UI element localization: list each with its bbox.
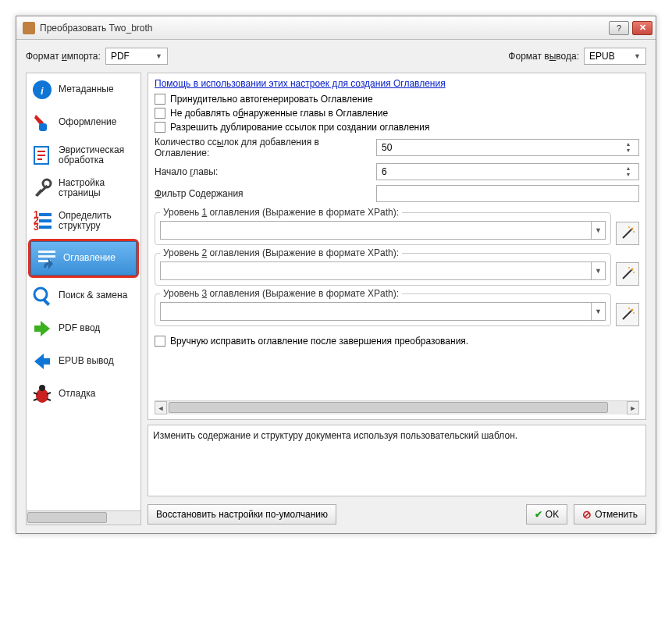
sidebar-item-debug[interactable]: Отладка — [27, 378, 140, 411]
sidebar-item-label: Метаданные — [59, 84, 114, 94]
svg-rect-19 — [42, 298, 50, 306]
level3-input[interactable]: ▼ — [160, 302, 606, 321]
svg-rect-14 — [39, 226, 52, 229]
info-icon: i — [30, 78, 54, 101]
app-icon — [23, 22, 35, 34]
allowdup-label: Разрешить дублирование ссылок при создан… — [170, 122, 429, 133]
sidebar-item-page-setup[interactable]: Настройка страницы — [27, 172, 140, 205]
level3-wizard-button[interactable] — [616, 303, 639, 326]
svg-point-21 — [39, 385, 45, 391]
svg-point-32 — [628, 267, 630, 269]
help-link[interactable]: Помощь в использовании этих настроек для… — [155, 78, 639, 89]
sidebar-item-metadata[interactable]: i Метаданные — [27, 73, 140, 106]
ok-button[interactable]: ✔OK — [526, 504, 567, 525]
sidebar-item-label: Поиск & замена — [59, 290, 127, 301]
chevron-down-icon[interactable]: ▼ — [591, 303, 605, 320]
sidebar-item-search[interactable]: Поиск & замена — [27, 279, 140, 312]
svg-line-26 — [623, 229, 632, 238]
manual-fix-checkbox[interactable] — [155, 336, 165, 347]
chevron-down-icon[interactable]: ▼ — [591, 262, 605, 279]
allowdup-checkbox[interactable] — [155, 122, 165, 133]
chevron-down-icon: ▼ — [634, 52, 641, 60]
import-format-label: Формат импорта: — [26, 51, 101, 62]
output-icon — [30, 350, 54, 373]
help-button[interactable]: ? — [609, 21, 629, 35]
chapter-start-input[interactable]: 6▲▼ — [376, 163, 639, 180]
description-box: Изменить содержание и структуру документ… — [148, 425, 646, 496]
sidebar-item-label: Настройка страницы — [59, 178, 137, 198]
force-toc-label: Принудительно автогенерировать Оглавлени… — [170, 94, 373, 105]
nodetect-checkbox[interactable] — [155, 108, 165, 119]
sidebar-item-epub-output[interactable]: EPUB вывод — [27, 345, 140, 378]
main-panel: Помощь в использовании этих настроек для… — [148, 73, 646, 420]
list-icon: 123 — [30, 209, 54, 233]
svg-rect-10 — [39, 213, 52, 216]
bug-icon — [30, 382, 54, 406]
level1-wizard-button[interactable] — [616, 222, 639, 245]
sidebar-item-label: Отладка — [59, 389, 95, 399]
level2-label: Уровень 2 оглавления (Выражение в формат… — [160, 247, 402, 258]
sidebar-item-toc[interactable]: Оглавление — [30, 241, 137, 276]
selected-highlight: Оглавление — [28, 239, 139, 278]
filter-input[interactable] — [376, 185, 639, 202]
output-format-label: Формат вывода: — [508, 51, 579, 62]
level2-wizard-button[interactable] — [616, 262, 639, 286]
force-toc-checkbox[interactable] — [155, 94, 165, 105]
svg-point-31 — [631, 269, 634, 271]
svg-point-37 — [633, 312, 635, 314]
window-title: Преобразовать Two_broth — [40, 23, 609, 34]
restore-defaults-button[interactable]: Восстановить настройки по-умолчанию — [148, 504, 336, 525]
button-bar: Восстановить настройки по-умолчанию ✔OK … — [148, 504, 646, 525]
brush-icon — [30, 111, 54, 134]
level3-label: Уровень 3 оглавления (Выражение в формат… — [160, 288, 402, 299]
level2-input[interactable]: ▼ — [160, 261, 606, 280]
svg-line-24 — [34, 399, 37, 400]
level3-group: Уровень 3 оглавления (Выражение в формат… — [155, 293, 611, 326]
sidebar-item-label: PDF ввод — [59, 323, 100, 333]
level1-input[interactable]: ▼ — [160, 221, 606, 240]
sidebar-item-pdf-input[interactable]: PDF ввод — [27, 312, 140, 345]
svg-line-25 — [47, 399, 51, 400]
sidebar-item-structure[interactable]: 123 Определить структуру — [27, 205, 140, 237]
format-bar: Формат импорта: PDF ▼ Формат вывода: EPU… — [16, 40, 656, 73]
sidebar-item-heuristic[interactable]: Эвристическая обработка — [27, 139, 140, 172]
check-icon: ✔ — [535, 509, 542, 520]
sidebar-item-label: Определить структуру — [59, 211, 137, 231]
horizontal-scrollbar[interactable]: ◄► — [155, 400, 639, 414]
tools-icon — [30, 176, 54, 200]
sidebar-item-look[interactable]: Оформление — [27, 106, 140, 139]
import-format-combo[interactable]: PDF ▼ — [105, 48, 168, 65]
level2-group: Уровень 2 оглавления (Выражение в формат… — [155, 253, 611, 286]
chapter-start-label: Начало главы: — [155, 166, 372, 177]
svg-point-33 — [633, 272, 635, 273]
level1-label: Уровень 1 оглавления (Выражение в формат… — [160, 207, 402, 218]
svg-point-29 — [633, 231, 635, 233]
svg-text:3: 3 — [34, 222, 39, 232]
convert-dialog: Преобразовать Two_broth ? ✕ Формат импор… — [16, 16, 656, 534]
svg-line-30 — [623, 269, 632, 279]
svg-line-34 — [623, 310, 632, 319]
sidebar-item-label: EPUB вывод — [59, 356, 114, 366]
sidebar: i Метаданные Оформление Эвристическая об… — [26, 73, 141, 525]
filter-label: Фильтр Содержания — [155, 188, 372, 199]
manual-fix-label: Вручную исправить оглавление после завер… — [170, 336, 468, 347]
close-button[interactable]: ✕ — [632, 21, 652, 35]
links-count-label: Количество ссылок для добавления в Оглав… — [155, 137, 372, 158]
svg-rect-12 — [39, 219, 52, 222]
cancel-button[interactable]: ⊘Отменить — [574, 504, 646, 525]
search-icon — [30, 284, 54, 308]
titlebar[interactable]: Преобразовать Two_broth ? ✕ — [16, 16, 656, 40]
sidebar-item-label: Оглавление — [63, 253, 116, 263]
svg-rect-15 — [38, 251, 55, 253]
document-icon — [30, 144, 54, 167]
svg-point-36 — [628, 308, 630, 309]
level1-group: Уровень 1 оглавления (Выражение в формат… — [155, 212, 611, 245]
close-icon: ⊘ — [582, 508, 592, 521]
sidebar-scrollbar[interactable] — [27, 510, 140, 525]
svg-point-27 — [631, 228, 634, 230]
chevron-down-icon[interactable]: ▼ — [591, 222, 605, 239]
content-area: Помощь в использовании этих настроек для… — [148, 73, 646, 525]
links-count-input[interactable]: 50▲▼ — [376, 139, 639, 156]
input-icon — [30, 317, 54, 340]
output-format-combo[interactable]: EPUB ▼ — [584, 48, 646, 65]
